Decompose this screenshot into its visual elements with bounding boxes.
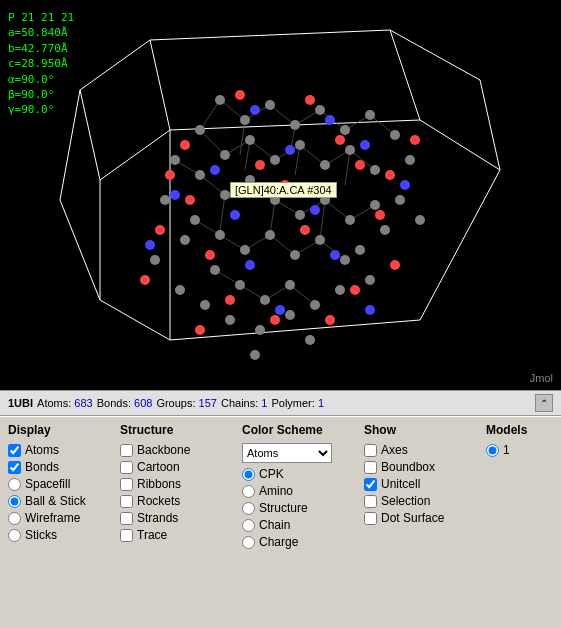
backbone-checkbox[interactable] <box>120 444 133 457</box>
axes-label[interactable]: Axes <box>381 443 408 457</box>
svg-point-83 <box>370 200 380 210</box>
strands-checkbox-item[interactable]: Strands <box>120 511 222 525</box>
svg-point-102 <box>285 310 295 320</box>
strands-checkbox[interactable] <box>120 512 133 525</box>
ribbons-checkbox[interactable] <box>120 478 133 491</box>
trace-checkbox-item[interactable]: Trace <box>120 528 222 542</box>
selection-label[interactable]: Selection <box>381 494 430 508</box>
amino-label[interactable]: Amino <box>259 484 293 498</box>
unitcell-label[interactable]: Unitcell <box>381 477 420 491</box>
amino-radio-item[interactable]: Amino <box>242 484 344 498</box>
cartoon-label[interactable]: Cartoon <box>137 460 180 474</box>
svg-point-86 <box>240 245 250 255</box>
bonds-checkbox-item[interactable]: Bonds <box>8 460 100 474</box>
pdb-id: 1UBI <box>8 397 33 409</box>
selection-checkbox[interactable] <box>364 495 377 508</box>
svg-point-147 <box>145 240 155 250</box>
svg-point-71 <box>295 140 305 150</box>
chain-radio[interactable] <box>242 519 255 532</box>
structure-color-radio[interactable] <box>242 502 255 515</box>
charge-radio[interactable] <box>242 536 255 549</box>
trace-checkbox[interactable] <box>120 529 133 542</box>
svg-point-121 <box>205 250 215 260</box>
boundbox-checkbox[interactable] <box>364 461 377 474</box>
strands-label[interactable]: Strands <box>137 511 178 525</box>
space-group: P 21 21 21 <box>8 10 74 25</box>
selection-checkbox-item[interactable]: Selection <box>364 494 466 508</box>
svg-point-89 <box>315 235 325 245</box>
color-scheme-dropdown[interactable]: Atoms <box>242 443 332 463</box>
ball-stick-radio[interactable] <box>8 495 21 508</box>
ball-stick-radio-item[interactable]: Ball & Stick <box>8 494 100 508</box>
amino-radio[interactable] <box>242 485 255 498</box>
backbone-checkbox-item[interactable]: Backbone <box>120 443 222 457</box>
boundbox-label[interactable]: Boundbox <box>381 460 435 474</box>
cpk-radio[interactable] <box>242 468 255 481</box>
show-section: Show Axes Boundbox Unitcell Selection Do… <box>364 423 474 622</box>
structure-color-label[interactable]: Structure <box>259 501 308 515</box>
svg-point-145 <box>170 190 180 200</box>
molecular-viewer[interactable]: P 21 21 21 a=50.840Å b=42.770Å c=28.950Å… <box>0 0 561 390</box>
model-1-label[interactable]: 1 <box>503 443 510 457</box>
spacefill-radio-item[interactable]: Spacefill <box>8 477 100 491</box>
cpk-radio-item[interactable]: CPK <box>242 467 344 481</box>
ball-stick-label[interactable]: Ball & Stick <box>25 494 86 508</box>
svg-point-72 <box>320 160 330 170</box>
model-1-radio[interactable] <box>486 444 499 457</box>
svg-point-73 <box>345 145 355 155</box>
ribbons-checkbox-item[interactable]: Ribbons <box>120 477 222 491</box>
axes-checkbox-item[interactable]: Axes <box>364 443 466 457</box>
svg-point-75 <box>170 155 180 165</box>
svg-point-84 <box>190 215 200 225</box>
cartoon-checkbox[interactable] <box>120 461 133 474</box>
cpk-label[interactable]: CPK <box>259 467 284 481</box>
svg-point-106 <box>175 285 185 295</box>
svg-point-92 <box>235 280 245 290</box>
svg-point-133 <box>140 275 150 285</box>
atoms-checkbox-item[interactable]: Atoms <box>8 443 100 457</box>
collapse-button[interactable]: ⌃ <box>535 394 553 412</box>
spacefill-label[interactable]: Spacefill <box>25 477 70 491</box>
spacefill-radio[interactable] <box>8 478 21 491</box>
svg-point-132 <box>155 225 165 235</box>
rockets-checkbox[interactable] <box>120 495 133 508</box>
ribbons-label[interactable]: Ribbons <box>137 477 181 491</box>
model-1-radio-item[interactable]: 1 <box>486 443 558 457</box>
show-title: Show <box>364 423 466 437</box>
rockets-checkbox-item[interactable]: Rockets <box>120 494 222 508</box>
unitcell-checkbox[interactable] <box>364 478 377 491</box>
trace-label[interactable]: Trace <box>137 528 167 542</box>
bonds-checkbox[interactable] <box>8 461 21 474</box>
cell-gamma: γ=90.0° <box>8 102 74 117</box>
backbone-label[interactable]: Backbone <box>137 443 190 457</box>
chain-radio-item[interactable]: Chain <box>242 518 344 532</box>
chain-label[interactable]: Chain <box>259 518 290 532</box>
dot-surface-label[interactable]: Dot Surface <box>381 511 444 525</box>
unitcell-checkbox-item[interactable]: Unitcell <box>364 477 466 491</box>
sticks-radio-item[interactable]: Sticks <box>8 528 100 542</box>
charge-radio-item[interactable]: Charge <box>242 535 344 549</box>
wireframe-label[interactable]: Wireframe <box>25 511 80 525</box>
atoms-label[interactable]: Atoms <box>25 443 59 457</box>
groups-info: Groups: 157 <box>156 397 217 409</box>
wireframe-radio-item[interactable]: Wireframe <box>8 511 100 525</box>
svg-point-144 <box>275 305 285 315</box>
cartoon-checkbox-item[interactable]: Cartoon <box>120 460 222 474</box>
dot-surface-checkbox[interactable] <box>364 512 377 525</box>
bonds-label[interactable]: Bonds <box>25 460 59 474</box>
polymer-info: Polymer: 1 <box>271 397 324 409</box>
svg-point-87 <box>265 230 275 240</box>
axes-checkbox[interactable] <box>364 444 377 457</box>
boundbox-checkbox-item[interactable]: Boundbox <box>364 460 466 474</box>
bonds-info: Bonds: 608 <box>97 397 153 409</box>
rockets-label[interactable]: Rockets <box>137 494 180 508</box>
dot-surface-checkbox-item[interactable]: Dot Surface <box>364 511 466 525</box>
charge-label[interactable]: Charge <box>259 535 298 549</box>
sticks-radio[interactable] <box>8 529 21 542</box>
structure-radio-item[interactable]: Structure <box>242 501 344 515</box>
wireframe-radio[interactable] <box>8 512 21 525</box>
sticks-label[interactable]: Sticks <box>25 528 57 542</box>
svg-point-76 <box>195 170 205 180</box>
svg-point-80 <box>295 210 305 220</box>
atoms-checkbox[interactable] <box>8 444 21 457</box>
